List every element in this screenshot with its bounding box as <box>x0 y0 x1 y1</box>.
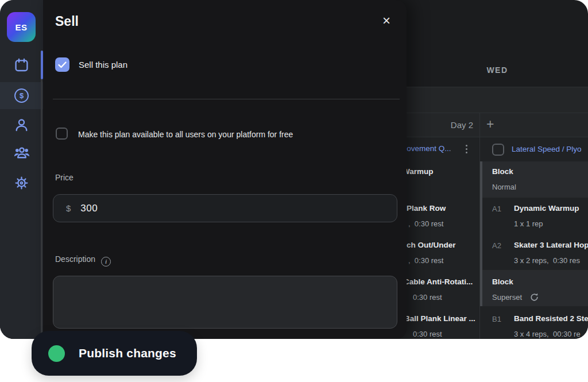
modal-title: Sell <box>55 14 79 29</box>
free-plan-label: Make this plan available to all users on… <box>78 130 293 139</box>
workout-select-checkbox[interactable] <box>492 144 504 156</box>
description-textarea[interactable] <box>53 276 397 329</box>
gear-icon <box>14 175 29 191</box>
app-window: WED Day 2 + Movement Q... Warmup Plank R… <box>0 0 588 339</box>
close-icon[interactable]: × <box>382 14 390 28</box>
exercise-name: Plank Row <box>407 204 446 213</box>
sidebar-item-profile[interactable] <box>0 111 43 138</box>
sidebar-item-settings[interactable] <box>0 169 43 196</box>
exercise-detail: 0:30 rest <box>413 330 442 338</box>
sidebar-item-team[interactable] <box>0 140 43 166</box>
block-type: Normal <box>492 183 516 191</box>
sell-modal: Sell × Sell this plan Make this plan ava… <box>43 0 407 339</box>
price-value: 300 <box>80 203 98 214</box>
workout-card-title-right[interactable]: Lateral Speed / Plyo <box>512 145 582 153</box>
block-name: Warmup <box>403 167 434 176</box>
exercise-detail: 3 x 2 reps, 0:30 res <box>514 256 580 265</box>
green-dot-icon <box>48 345 65 362</box>
exercise-order-label: A2 <box>492 241 501 250</box>
currency-symbol: $ <box>66 203 71 213</box>
avatar[interactable]: ES <box>7 12 36 42</box>
publish-changes-label: Publish changes <box>79 346 176 360</box>
free-plan-checkbox[interactable] <box>56 128 68 140</box>
publish-changes-button[interactable]: Publish changes <box>32 331 197 376</box>
cycle-icon <box>529 292 539 302</box>
sidebar-item-calendar[interactable] <box>0 52 43 78</box>
info-icon[interactable]: i <box>101 257 111 267</box>
calendar-icon <box>14 57 29 73</box>
exercise-name: Skater 3 Lateral Hop <box>514 241 588 249</box>
block-name: Block <box>492 277 513 286</box>
price-input[interactable]: $ 300 <box>53 194 397 222</box>
exercise-name: Cable Anti-Rotati... <box>404 277 473 286</box>
exercise-name: ch Out/Under <box>407 241 456 249</box>
exercise-detail: , 0:30 rest <box>408 219 443 228</box>
day-column-title: Day 2 <box>407 120 473 130</box>
sidebar: ES $ <box>0 0 44 339</box>
day-header-wed: WED <box>407 65 588 75</box>
description-label: Descriptioni <box>55 254 111 267</box>
exercise-order-label: B1 <box>492 315 501 323</box>
exercise-name: Band Resisted 2 Step <box>514 314 588 323</box>
add-workout-button[interactable]: + <box>486 118 494 131</box>
check-icon <box>58 61 67 68</box>
screen: WED Day 2 + Movement Q... Warmup Plank R… <box>0 0 588 382</box>
exercise-name: Dynamic Warmup <box>514 204 579 213</box>
dollar-glyph: $ <box>20 91 24 100</box>
exercise-order-label: A1 <box>492 204 501 213</box>
card-menu-icon[interactable] <box>466 145 467 155</box>
exercise-detail: 3 x 4 reps, 00:30 re <box>514 330 581 338</box>
price-label: Price <box>55 173 74 182</box>
exercise-detail: , 0:30 rest <box>408 256 443 265</box>
exercise-detail: 1 x 1 rep <box>514 219 543 228</box>
exercise-detail: 0:30 rest <box>413 293 442 302</box>
dollar-circle-icon: $ <box>14 88 29 103</box>
sell-this-plan-label: Sell this plan <box>79 60 127 70</box>
person-icon <box>14 117 29 133</box>
block-name: Block <box>492 167 513 176</box>
people-icon <box>13 144 30 161</box>
sell-this-plan-checkbox[interactable] <box>55 57 69 72</box>
sidebar-item-payments[interactable]: $ <box>0 82 43 109</box>
exercise-name: Ball Plank Linear ... <box>404 314 475 323</box>
divider <box>53 99 400 99</box>
card-left-bar <box>480 161 482 306</box>
block-type: Superset <box>492 293 522 302</box>
description-label-text: Description <box>55 254 95 264</box>
workout-card-title-left[interactable]: Movement Q... <box>400 144 451 153</box>
